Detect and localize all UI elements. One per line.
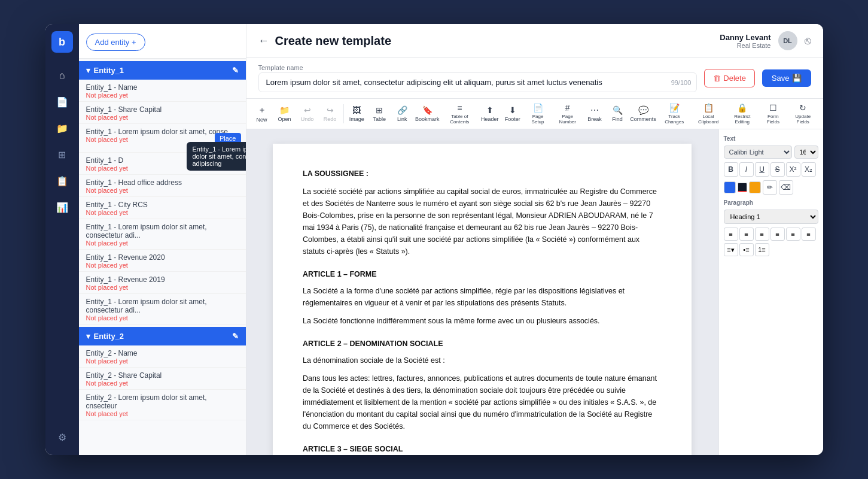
style-select[interactable]: Heading 1: [724, 210, 818, 224]
entity1-name: Entity_1: [94, 66, 124, 75]
toolbar-break[interactable]: ⋯Break: [584, 104, 605, 124]
logout-button[interactable]: ⎋: [805, 35, 811, 47]
font-select[interactable]: Calibri Light: [724, 145, 792, 159]
top-bar-right: Danny Levant Real Estate DL ⎋: [720, 31, 811, 50]
toolbar-link[interactable]: 🔗Link: [391, 104, 413, 124]
paragraph-label: Paragraph: [724, 199, 818, 206]
entity1-lorem3-item: Entity_1 - Lorem ipsum dolor sit amet, c…: [79, 294, 246, 325]
toolbar-update[interactable]: ↻Update Fields: [788, 101, 818, 126]
font-size-select[interactable]: 16: [794, 145, 818, 159]
bold-button[interactable]: B: [724, 162, 738, 177]
back-button[interactable]: ←: [258, 35, 269, 47]
list-number-button[interactable]: 1≡: [755, 243, 769, 256]
entity2-share-status: Not placed yet: [86, 380, 239, 387]
add-entity-button[interactable]: Add entity +: [86, 34, 145, 51]
strikethrough-button[interactable]: S: [770, 162, 785, 177]
doc-page[interactable]: LA SOUSSIGNEE : La société société par a…: [273, 144, 692, 455]
avatar: DL: [778, 31, 797, 50]
save-button[interactable]: Save 💾: [762, 69, 811, 87]
entity1-rev2020-item: Entity_1 - Revenue 2020 Not placed yet: [79, 250, 246, 272]
entity2-name-item: Entity_2 - Name Not placed yet: [79, 345, 246, 368]
color-blue-swatch[interactable]: [724, 181, 736, 193]
toolbar-page-number[interactable]: #Page Number: [552, 101, 583, 126]
toolbar-bookmark[interactable]: 🔖Bookmark: [414, 104, 440, 124]
toolbar-redo[interactable]: ↪Redo: [319, 104, 341, 124]
format-eraser-icon[interactable]: ⌫: [779, 180, 793, 195]
char-count: 99/100: [671, 79, 692, 86]
nav-settings-icon[interactable]: ⚙: [51, 426, 73, 448]
entity1-lorem2-item: Entity_1 - Lorem ipsum dolor sit amet, c…: [79, 219, 246, 250]
align-left-button[interactable]: ≡: [724, 228, 738, 241]
nav-folder-icon[interactable]: 📁: [51, 117, 73, 139]
color-text-swatch[interactable]: [738, 183, 747, 192]
entity1-group-header[interactable]: ▾ Entity_1 ✎: [79, 61, 246, 80]
chevron-down-icon: ▾: [86, 332, 90, 341]
paragraph-section: Paragraph Heading 1 ≡ ≡ ≡ ≡ ≡ ≡ ≡▾ •≡ 1≡: [724, 199, 818, 256]
editor-toolbar: ＋New 📁Open ↩Undo ↪Redo 🖼Image ⊞Table 🔗Li…: [246, 99, 823, 129]
entity1-lorem3-label: Entity_1 - Lorem ipsum dolor sit amet, c…: [86, 298, 239, 314]
user-name: Danny Levant: [720, 33, 770, 42]
article3-title: ARTICLE 3 – SIEGE SOCIAL: [303, 443, 662, 455]
list-bullet-button[interactable]: •≡: [739, 243, 754, 256]
italic-button[interactable]: I: [739, 162, 754, 177]
toolbar-undo[interactable]: ↩Undo: [297, 104, 318, 124]
toolbar-find[interactable]: 🔍Find: [607, 104, 628, 124]
entity1-head-label: Entity_1 - Head office address: [86, 178, 239, 187]
template-label: Template name: [258, 64, 698, 71]
subscript-button[interactable]: X₂: [802, 162, 816, 177]
edit-entity2-icon[interactable]: ✎: [232, 332, 239, 341]
user-role: Real Estate: [720, 42, 770, 49]
align-right-button[interactable]: ≡: [755, 228, 769, 241]
toolbar-image[interactable]: 🖼Image: [346, 104, 367, 124]
toolbar-comments[interactable]: 💬Comments: [629, 104, 657, 124]
entity1-head-status: Not placed yet: [86, 187, 239, 194]
superscript-button[interactable]: X²: [786, 162, 800, 177]
entity1-name-status: Not placed yet: [86, 92, 239, 99]
edit-entity1-icon[interactable]: ✎: [232, 66, 239, 75]
toolbar-track[interactable]: 📝Track Changes: [658, 101, 690, 126]
toolbar-table[interactable]: ⊞Table: [368, 104, 390, 124]
align-extra1-button[interactable]: ≡: [786, 228, 800, 241]
toolbar-page-setup[interactable]: 📄Page Setup: [525, 101, 552, 126]
toolbar-header[interactable]: ⬆Header: [479, 104, 501, 124]
toolbar-toc[interactable]: ≡Table of Contents: [441, 101, 478, 126]
align-justify-button[interactable]: ≡: [770, 228, 785, 241]
toolbar-footer[interactable]: ⬇Footer: [502, 104, 523, 124]
format-buttons: B I U S X² X₂: [724, 162, 818, 177]
doc-heading: LA SOUSSIGNEE :: [303, 169, 368, 178]
underline-button[interactable]: U: [755, 162, 769, 177]
article1-body2: La Société fonctionne indifféremment sou…: [303, 315, 662, 327]
nav-doc-icon[interactable]: 📋: [51, 170, 73, 192]
toolbar-restrict[interactable]: 🔒Restrict Editing: [726, 101, 759, 126]
align-extra2-button[interactable]: ≡: [802, 228, 816, 241]
nav-chart-icon[interactable]: 📊: [51, 196, 73, 218]
format-panel: Text Calibri Light 16 B I U S X² X₂: [718, 129, 823, 455]
article2-body2: Dans tous les actes: lettres, factures, …: [303, 372, 662, 432]
toolbar-new[interactable]: ＋New: [251, 103, 273, 125]
delete-button[interactable]: 🗑 Delete: [704, 69, 755, 87]
nav-home-icon[interactable]: ⌂: [51, 65, 73, 86]
entity1-share-label: Entity_1 - Share Capital: [86, 105, 239, 114]
nav-grid-icon[interactable]: ⊞: [51, 144, 73, 165]
nav-files-icon[interactable]: 📄: [51, 91, 73, 113]
chevron-down-icon: ▾: [86, 66, 90, 75]
entity-tooltip: Entity_1 - Lorem ipsum dolor sit amet, c…: [187, 142, 246, 171]
entity2-group-header[interactable]: ▾ Entity_2 ✎: [79, 327, 246, 345]
doc-body: La société société par actions simplifié…: [303, 186, 662, 257]
entity1-name-item: Entity_1 - Name Not placed yet: [79, 80, 246, 102]
toolbar-open[interactable]: 📁Open: [274, 104, 296, 124]
top-bar-left: ← Create new template: [258, 34, 392, 48]
article1-body1: La Société a la forme d'une société par …: [303, 285, 662, 309]
align-center-button[interactable]: ≡: [739, 228, 754, 241]
doc-area[interactable]: LA SOUSSIGNEE : La société société par a…: [246, 129, 718, 455]
template-name-input[interactable]: [258, 72, 698, 92]
entity1-rev2019-label: Entity_1 - Revenue 2019: [86, 275, 239, 284]
format-pencil-icon[interactable]: ✏: [763, 180, 777, 195]
toolbar-form[interactable]: ☐Form Fields: [760, 101, 787, 126]
color-row: ✏ ⌫: [724, 180, 818, 195]
list-indent-button[interactable]: ≡▾: [724, 243, 738, 256]
toolbar-clipboard[interactable]: 📋Local Clipboard: [692, 101, 724, 126]
entity2-name-status: Not placed yet: [86, 357, 239, 365]
color-yellow-swatch[interactable]: [749, 181, 761, 193]
toolbar-sep1: [343, 104, 344, 123]
